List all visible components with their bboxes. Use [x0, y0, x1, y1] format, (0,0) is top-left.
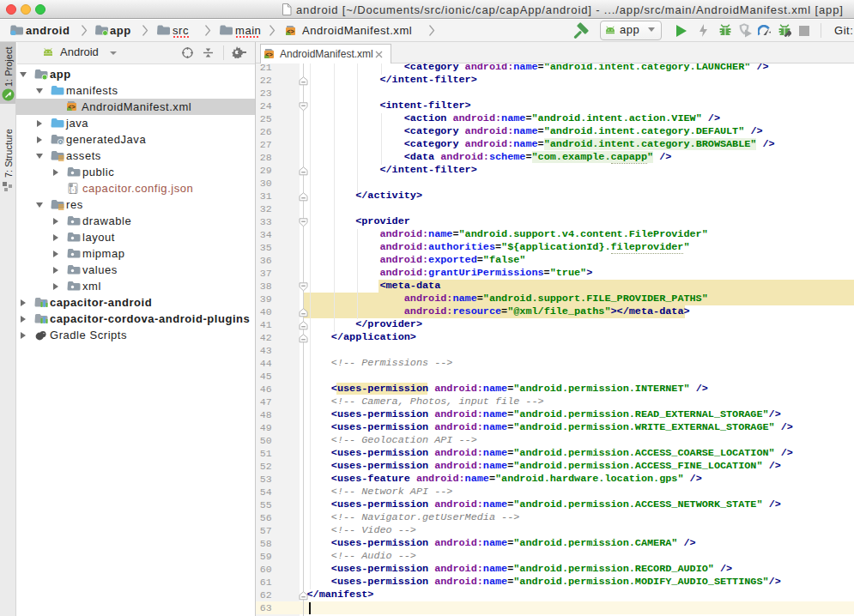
- svg-text:<>: <>: [287, 28, 294, 35]
- svg-text:<>: <>: [265, 51, 273, 58]
- svg-text:<>: <>: [68, 103, 76, 110]
- svg-text:{·}: {·}: [70, 184, 77, 193]
